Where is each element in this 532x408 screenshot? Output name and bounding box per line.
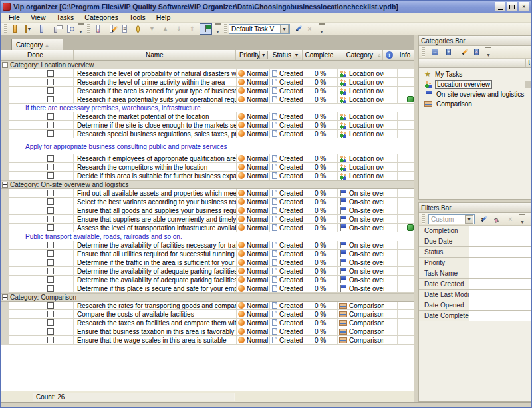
- task-row[interactable]: Ensure that the wage scales in this area…: [1, 336, 414, 345]
- priority-filter-dropdown[interactable]: ▼: [259, 51, 268, 59]
- status-cell[interactable]: Created: [270, 215, 303, 224]
- task-row[interactable]: Determine if the site is close enough to…: [1, 121, 414, 130]
- complete-cell[interactable]: 0 %: [303, 130, 338, 138]
- info-cell[interactable]: [398, 154, 414, 163]
- done-cell[interactable]: [9, 172, 74, 180]
- done-cell[interactable]: [9, 224, 74, 232]
- new-notebook-button[interactable]: [9, 23, 21, 35]
- priority-cell[interactable]: Normal: [237, 206, 270, 215]
- done-checkbox[interactable]: [47, 87, 54, 94]
- filter-value-field[interactable]: ▼: [469, 311, 532, 321]
- column-header-info[interactable]: Info: [396, 50, 414, 60]
- info-cell[interactable]: [398, 302, 414, 310]
- filter-value-field[interactable]: ▼: [469, 279, 532, 289]
- task-row[interactable]: Research if area potentially suits your …: [1, 95, 414, 104]
- menu-item-file[interactable]: File: [3, 13, 25, 22]
- info-cell[interactable]: [398, 258, 414, 267]
- complete-cell[interactable]: 0 %: [303, 224, 338, 232]
- task-name-cell[interactable]: Compare the costs of available facilitie…: [74, 310, 237, 319]
- note-row[interactable]: Public transport available, roads, railr…: [1, 232, 414, 241]
- task-view-combo[interactable]: Default Task V▼: [229, 24, 290, 34]
- done-checkbox[interactable]: [47, 311, 54, 317]
- complete-cell[interactable]: 0 %: [303, 336, 338, 345]
- done-checkbox[interactable]: [47, 207, 54, 214]
- task-name-cell[interactable]: Decide if this area is suitable for furt…: [74, 172, 237, 180]
- category-cell[interactable]: Location overview: [338, 154, 384, 163]
- category-cell[interactable]: On-site overview and logistics: [338, 267, 384, 276]
- complete-cell[interactable]: 0 %: [303, 163, 338, 172]
- column-header-done[interactable]: Done: [1, 50, 74, 60]
- category-cell[interactable]: On-site overview and logistics: [338, 215, 384, 224]
- column-header-name[interactable]: Name: [74, 50, 236, 60]
- task-row[interactable]: Research the taxes on facilities and com…: [1, 319, 414, 327]
- complete-cell[interactable]: 0 %: [303, 87, 338, 95]
- info-flag-cell[interactable]: [384, 206, 398, 215]
- priority-cell[interactable]: Normal: [237, 130, 270, 138]
- info-flag-cell[interactable]: [384, 336, 398, 345]
- done-cell[interactable]: [9, 121, 74, 130]
- complete-cell[interactable]: 0 %: [303, 121, 338, 130]
- priority-cell[interactable]: Normal: [237, 224, 270, 232]
- complete-cell[interactable]: 0 %: [303, 172, 338, 180]
- priority-cell[interactable]: Normal: [237, 198, 270, 206]
- done-checkbox[interactable]: [47, 259, 54, 266]
- info-cell[interactable]: [398, 327, 414, 336]
- task-name-cell[interactable]: Research special business regulations, s…: [74, 130, 237, 138]
- info-cell[interactable]: [398, 224, 414, 232]
- info-flag-cell[interactable]: [384, 319, 398, 327]
- complete-cell[interactable]: 0 %: [303, 327, 338, 336]
- task-name-cell[interactable]: Ensure that the wage scales in this area…: [74, 336, 237, 345]
- task-row[interactable]: Determine if the traffic in the area is …: [1, 258, 414, 267]
- edit-task-button[interactable]: [105, 23, 118, 35]
- task-name-cell[interactable]: Ensure that all goods and supplies your …: [74, 206, 237, 215]
- status-cell[interactable]: Created: [270, 241, 303, 250]
- priority-cell[interactable]: Normal: [237, 215, 270, 224]
- filter-value-field[interactable]: ▼: [469, 236, 532, 246]
- info-cell[interactable]: [398, 163, 414, 172]
- filter-value-field[interactable]: [469, 268, 532, 278]
- column-header-undone[interactable]: UnD...: [525, 59, 532, 67]
- info-cell[interactable]: [398, 87, 414, 95]
- task-row[interactable]: Research the competitors within the loca…: [1, 163, 414, 172]
- priority-cell[interactable]: Normal: [237, 189, 270, 198]
- complete-cell[interactable]: 0 %: [303, 198, 338, 206]
- status-cell[interactable]: Created: [270, 276, 303, 284]
- done-cell[interactable]: [9, 112, 74, 121]
- done-cell[interactable]: [9, 319, 74, 327]
- done-checkbox[interactable]: [47, 285, 54, 292]
- filter-preset-combo[interactable]: Custom▼: [428, 214, 475, 224]
- toolbar-overflow-button[interactable]: ▼: [319, 23, 325, 34]
- task-cost-button[interactable]: [132, 23, 144, 35]
- collapse-group-icon[interactable]: [2, 294, 8, 300]
- info-flag-cell[interactable]: [384, 95, 398, 104]
- done-checkbox[interactable]: [47, 122, 54, 128]
- info-cell[interactable]: [398, 276, 414, 284]
- status-cell[interactable]: Created: [270, 310, 303, 319]
- close-button[interactable]: ×: [519, 2, 529, 11]
- status-cell[interactable]: Created: [270, 172, 303, 180]
- done-checkbox[interactable]: [47, 79, 54, 85]
- delete-category-button[interactable]: ×: [470, 47, 483, 58]
- done-cell[interactable]: [9, 327, 74, 336]
- task-row[interactable]: Research the level of probability of nat…: [1, 69, 414, 78]
- done-checkbox[interactable]: [47, 190, 54, 196]
- priority-cell[interactable]: Normal: [237, 112, 270, 121]
- status-cell[interactable]: Created: [270, 121, 303, 130]
- complete-cell[interactable]: 0 %: [303, 206, 338, 215]
- done-checkbox[interactable]: [47, 96, 54, 102]
- print-button[interactable]: [49, 23, 62, 35]
- info-cell[interactable]: [398, 319, 414, 327]
- status-cell[interactable]: Created: [270, 87, 303, 95]
- status-cell[interactable]: Created: [270, 302, 303, 310]
- filter-value-field[interactable]: ▼: [469, 258, 532, 268]
- category-cell[interactable]: On-site overview and logistics: [338, 284, 384, 293]
- toolbar-grip[interactable]: [87, 24, 90, 33]
- priority-cell[interactable]: Normal: [237, 121, 270, 130]
- open-notebook-button[interactable]: ▼: [22, 23, 35, 35]
- status-cell[interactable]: Created: [270, 130, 303, 138]
- priority-cell[interactable]: Normal: [237, 78, 270, 87]
- status-cell[interactable]: Created: [270, 250, 303, 258]
- status-cell[interactable]: Created: [270, 284, 303, 293]
- done-cell[interactable]: [9, 276, 74, 284]
- info-cell[interactable]: [398, 130, 414, 138]
